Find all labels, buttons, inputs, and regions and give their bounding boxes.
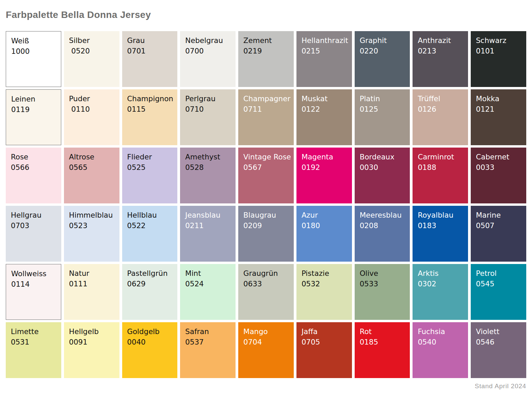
- swatch-name: Altrose: [69, 152, 117, 162]
- swatch-code: 0705: [302, 337, 350, 348]
- swatch-code: 0208: [360, 221, 408, 231]
- swatch-code: 0209: [243, 221, 292, 231]
- swatch-code: 0703: [11, 221, 59, 231]
- color-swatch-himmelblau: Himmelblau0523: [64, 206, 119, 262]
- color-swatch-hellgelb: Hellgelb0091: [64, 322, 119, 378]
- swatch-code: 0101: [476, 46, 524, 57]
- swatch-name: Anthrazit: [418, 36, 466, 46]
- color-swatch-pistazie: Pistazie0532: [296, 264, 352, 320]
- swatch-name: Hellanthrazit: [302, 36, 350, 46]
- swatch-name: Champignon: [127, 94, 176, 104]
- swatch-name: Flieder: [127, 152, 176, 162]
- color-swatch-blaugrau: Blaugrau0209: [238, 206, 294, 262]
- swatch-code: 0091: [69, 337, 117, 348]
- swatch-code: 0125: [360, 104, 408, 115]
- swatch-name: Perlgrau: [185, 94, 234, 104]
- swatch-code: 0531: [11, 337, 59, 348]
- color-swatch-olive: Olive0533: [355, 264, 410, 320]
- color-swatch-muskat: Muskat0122: [296, 89, 352, 145]
- swatch-name: Jeansblau: [185, 210, 234, 221]
- swatch-name: Hellgrau: [11, 210, 59, 221]
- color-swatch-wollweiss: Wollweiss0114: [6, 264, 61, 320]
- swatch-name: Zement: [243, 36, 292, 46]
- color-swatch-jeansblau: Jeansblau0211: [180, 206, 236, 262]
- color-swatch-silber: Silber 0520: [64, 31, 119, 87]
- swatch-name: Weiß: [11, 36, 59, 46]
- swatch-name: Vintage Rose: [243, 152, 292, 162]
- color-swatch-arktis: Arktis0302: [413, 264, 468, 320]
- swatch-name: Meeresblau: [360, 210, 408, 221]
- swatch-code: 0188: [418, 162, 466, 173]
- swatch-name: Grau: [127, 36, 176, 46]
- swatch-name: Natur: [69, 268, 117, 279]
- swatch-name: Limette: [11, 327, 59, 337]
- swatch-name: Puder: [69, 94, 117, 104]
- color-swatch-goldgelb: Goldgelb0040: [122, 322, 178, 378]
- swatch-code: 0523: [69, 221, 117, 231]
- swatch-code: 0220: [360, 46, 408, 57]
- swatch-name: Rose: [11, 152, 59, 162]
- swatch-name: Cabernet: [476, 152, 524, 162]
- swatch-code: 0629: [127, 279, 176, 289]
- color-swatch-hellblau: Hellblau0522: [122, 206, 178, 262]
- color-swatch-natur: Natur0111: [64, 264, 119, 320]
- swatch-name: Goldgelb: [127, 327, 176, 337]
- swatch-code: 0528: [185, 162, 234, 173]
- color-swatch-schwarz: Schwarz0101: [471, 31, 526, 87]
- swatch-name: Rot: [360, 327, 408, 337]
- swatch-name: Hellblau: [127, 210, 176, 221]
- color-swatch-graphit: Graphit0220: [355, 31, 410, 87]
- color-swatch-altrose: Altrose0565: [64, 148, 119, 203]
- color-swatch-grau: Grau0701: [122, 31, 178, 87]
- swatch-name: Violett: [476, 327, 524, 337]
- swatch-name: Wollweiss: [11, 269, 59, 279]
- swatch-name: Leinen: [11, 94, 59, 105]
- swatch-name: Platin: [360, 94, 408, 104]
- swatch-name: Pistazie: [302, 268, 350, 279]
- color-swatch-puder: Puder 0110: [64, 89, 119, 145]
- swatch-name: Magenta: [302, 152, 350, 162]
- swatch-name: Silber: [69, 36, 117, 46]
- color-swatch-carminrot: Carminrot0188: [413, 148, 468, 203]
- swatch-code: 0211: [185, 221, 234, 231]
- swatch-name: Amethyst: [185, 152, 234, 162]
- color-swatch-vintage-rose: Vintage Rose0567: [238, 148, 294, 203]
- swatch-name: Pastellgrün: [127, 268, 176, 279]
- swatch-code: 0111: [69, 279, 117, 289]
- swatch-name: Mokka: [476, 94, 524, 104]
- swatch-name: Azur: [302, 210, 350, 221]
- swatch-name: Blaugrau: [243, 210, 292, 221]
- swatch-code: 0520: [69, 46, 117, 57]
- color-swatch-rot: Rot0185: [355, 322, 410, 378]
- color-swatch-bordeaux: Bordeaux0030: [355, 148, 410, 203]
- color-swatch-marine: Marine0507: [471, 206, 526, 262]
- swatch-code: 0525: [127, 162, 176, 173]
- color-swatch-hellgrau: Hellgrau0703: [6, 206, 61, 262]
- color-swatch-meeresblau: Meeresblau0208: [355, 206, 410, 262]
- swatch-code: 0115: [127, 104, 176, 115]
- swatch-code: 0114: [11, 279, 59, 290]
- color-swatch-jaffa: Jaffa0705: [296, 322, 352, 378]
- swatch-name: Bordeaux: [360, 152, 408, 162]
- color-swatch-platin: Platin0125: [355, 89, 410, 145]
- swatch-name: Fuchsia: [418, 327, 466, 337]
- swatch-code: 0566: [11, 162, 59, 173]
- color-grid: Weiß1000Silber 0520Grau0701Nebelgrau0700…: [6, 31, 526, 378]
- swatch-code: 0126: [418, 104, 466, 115]
- color-swatch-zement: Zement0219: [238, 31, 294, 87]
- swatch-name: Safran: [185, 327, 234, 337]
- color-swatch-hellanthrazit: Hellanthrazit0215: [296, 31, 352, 87]
- swatch-name: Arktis: [418, 268, 466, 279]
- color-swatch-champignon: Champignon0115: [122, 89, 178, 145]
- swatch-name: Jaffa: [302, 327, 350, 337]
- swatch-name: Trüffel: [418, 94, 466, 104]
- swatch-code: 0185: [360, 337, 408, 348]
- swatch-code: 0701: [127, 46, 176, 57]
- swatch-name: Himmelblau: [69, 210, 117, 221]
- color-swatch-magenta: Magenta0192: [296, 148, 352, 203]
- swatch-code: 0533: [360, 279, 408, 289]
- swatch-code: 0565: [69, 162, 117, 173]
- swatch-code: 0532: [302, 279, 350, 289]
- swatch-code: 0540: [418, 337, 466, 348]
- swatch-code: 0183: [418, 221, 466, 231]
